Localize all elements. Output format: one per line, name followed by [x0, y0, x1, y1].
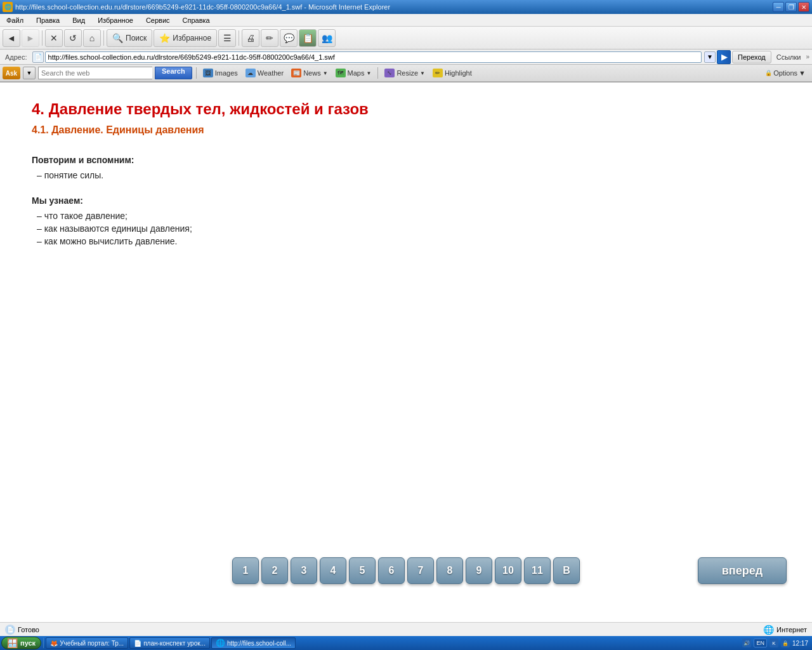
weather-tool[interactable]: ☁ Weather: [243, 67, 286, 79]
stop-button[interactable]: ✕: [45, 29, 63, 47]
edit-button[interactable]: ✏: [261, 29, 278, 47]
window-title: http://files.school-collection.edu.ru/dl…: [15, 3, 390, 11]
nav-page-3[interactable]: 3: [291, 557, 317, 584]
discuss-button[interactable]: 💬: [280, 29, 298, 47]
news-icon: 📰: [291, 69, 301, 77]
menu-file[interactable]: Файл: [3, 15, 27, 25]
nav-page-4[interactable]: 4: [320, 557, 346, 584]
maps-tool[interactable]: 🗺 Maps ▼: [333, 67, 374, 79]
nav-page-12[interactable]: В: [553, 557, 580, 584]
news-label: News: [303, 69, 321, 77]
options-label: Options: [773, 69, 797, 77]
nav-page-11[interactable]: 11: [524, 557, 551, 584]
go-arrow[interactable]: ▶: [717, 50, 731, 64]
resize-label: Resize: [396, 69, 418, 77]
menu-view[interactable]: Вид: [69, 15, 89, 25]
toolbar-separator-2: [103, 30, 104, 46]
favorites-label: Избранное: [173, 34, 211, 43]
messenger-button[interactable]: 👥: [318, 29, 336, 47]
toolbar: ◄ ► ✕ ↺ ⌂ 🔍 Поиск ⭐ Избранное ☰ 🖨 ✏ 💬 📋 …: [0, 27, 812, 50]
resize-tool[interactable]: ⤡ Resize ▼: [382, 67, 428, 79]
highlight-icon: ✏: [433, 69, 443, 77]
toolbar-separator-1: [42, 30, 43, 46]
images-tool[interactable]: 🖼 Images: [200, 67, 240, 79]
go-button[interactable]: Переход: [732, 51, 771, 63]
resize-dropdown-icon: ▼: [420, 70, 425, 76]
close-button[interactable]: ✕: [798, 2, 809, 12]
options-tool[interactable]: 🔒 Options ▼: [761, 68, 809, 78]
menu-favorites[interactable]: Избранное: [94, 15, 137, 25]
favorites-button[interactable]: ⭐ Избранное: [154, 29, 217, 47]
go-label: Переход: [738, 53, 766, 61]
media-button[interactable]: ☰: [218, 29, 236, 47]
nav-page-8[interactable]: 8: [436, 557, 463, 584]
app-icon: 🌐: [3, 2, 13, 12]
images-icon: 🖼: [203, 69, 213, 77]
nav-page-7[interactable]: 7: [407, 557, 434, 584]
sub-heading: 4.1. Давление. Единицы давления: [32, 124, 780, 136]
recall-title: Повторим и вспомним:: [32, 155, 780, 165]
nav-page-10[interactable]: 10: [495, 557, 521, 584]
news-dropdown-icon: ▼: [323, 70, 328, 76]
ask-logo: Ask: [3, 67, 20, 79]
address-dropdown[interactable]: ▼: [704, 51, 716, 63]
weather-label: Weather: [258, 69, 284, 77]
refresh-button[interactable]: ↺: [64, 29, 82, 47]
maps-label: Maps: [348, 69, 365, 77]
nav-page-6[interactable]: 6: [378, 557, 405, 584]
nav-page-5[interactable]: 5: [349, 557, 376, 584]
menu-help[interactable]: Справка: [179, 15, 214, 25]
research-button[interactable]: 📋: [299, 29, 317, 47]
highlight-label: Highlight: [445, 69, 472, 77]
links-arrow: »: [806, 53, 809, 60]
learn-item-2: – как можно вычислить давление.: [32, 236, 780, 246]
menu-tools[interactable]: Сервис: [142, 15, 174, 25]
search-label: Поиск: [126, 34, 147, 43]
main-heading: 4. Давление твердых тел, жидкостей и газ…: [32, 100, 780, 118]
page-navigation: 1234567891011В: [0, 557, 812, 584]
forward-button[interactable]: ►: [22, 29, 39, 47]
address-label: Адрес:: [3, 53, 30, 61]
address-input[interactable]: [45, 51, 702, 63]
nav-page-2[interactable]: 2: [261, 557, 288, 584]
back-button[interactable]: ◄: [3, 29, 20, 47]
menu-edit[interactable]: Правка: [32, 15, 63, 25]
restore-button[interactable]: ❐: [785, 2, 797, 12]
learn-title: Мы узнаем:: [32, 196, 780, 206]
ask-separator-2: [377, 67, 378, 79]
ask-toolbar: Ask ▼ Search 🖼 Images ☁ Weather 📰 News ▼…: [0, 65, 812, 83]
learn-item-1: – как называются единицы давления;: [32, 223, 780, 234]
forward-button[interactable]: вперед: [698, 557, 787, 584]
news-tool[interactable]: 📰 News ▼: [289, 67, 330, 79]
ask-separator-1: [196, 67, 197, 79]
links-button[interactable]: Ссылки: [774, 53, 804, 61]
nav-page-1[interactable]: 1: [232, 557, 259, 584]
print-button[interactable]: 🖨: [242, 29, 259, 47]
search-button[interactable]: Search: [155, 67, 192, 79]
recall-item-0: – понятие силы.: [32, 170, 780, 180]
minimize-button[interactable]: ─: [773, 2, 784, 12]
toolbar-separator-3: [239, 30, 239, 46]
browser-content: 4. Давление твердых тел, жидкостей и газ…: [0, 83, 812, 622]
options-dropdown-icon: ▼: [799, 69, 806, 77]
search-button[interactable]: 🔍 Поиск: [107, 29, 152, 47]
menu-bar: Файл Правка Вид Избранное Сервис Справка: [0, 14, 812, 27]
weather-icon: ☁: [246, 69, 256, 77]
title-bar: 🌐 http://files.school-collection.edu.ru/…: [0, 0, 812, 14]
home-button[interactable]: ⌂: [83, 29, 101, 47]
address-bar: Адрес: 📄 ▼ ▶ Переход Ссылки »: [0, 50, 812, 65]
learn-item-0: – что такое давление;: [32, 211, 780, 221]
page-content: 4. Давление твердых тел, жидкостей и газ…: [0, 83, 812, 267]
search-input[interactable]: [38, 67, 152, 79]
images-label: Images: [215, 69, 238, 77]
maps-icon: 🗺: [336, 69, 346, 77]
maps-dropdown-icon: ▼: [367, 70, 372, 76]
nav-page-9[interactable]: 9: [466, 557, 492, 584]
highlight-tool[interactable]: ✏ Highlight: [430, 67, 475, 79]
ask-dropdown[interactable]: ▼: [23, 67, 36, 79]
resize-icon: ⤡: [384, 69, 395, 77]
address-page-icon: 📄: [32, 51, 44, 63]
